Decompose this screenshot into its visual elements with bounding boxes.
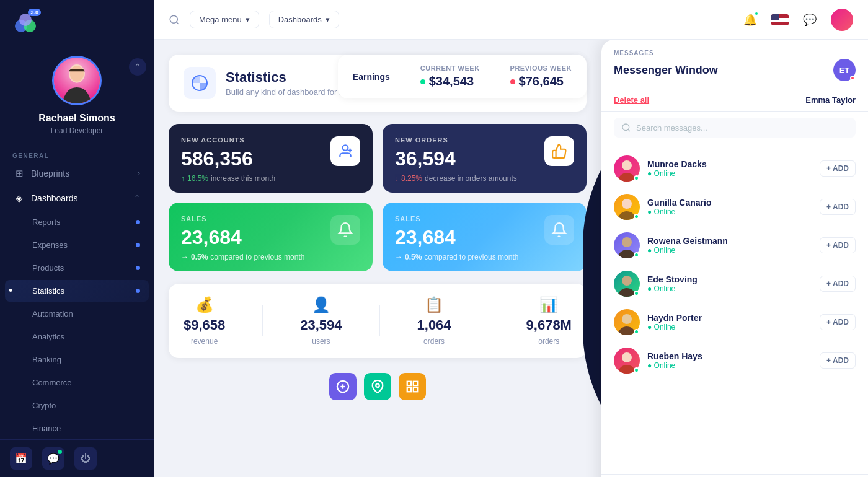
- power-icon-btn[interactable]: ⏻: [74, 447, 97, 470]
- stat-change-sales-blue: → 0.5% compared to previous month: [395, 253, 574, 261]
- earnings-label: Earnings: [338, 55, 405, 98]
- contact-status-munroe: ● Online: [647, 169, 812, 178]
- topbar: Mega menu ▾ Dashboards ▾ 🔔 💬: [154, 0, 868, 40]
- header-card-icon: [184, 67, 216, 99]
- contact-avatar-rueben: [614, 348, 640, 374]
- stat-change-new-accounts: ↑ 16.5% increase this month: [181, 174, 360, 183]
- revenue-icon: 💰: [195, 296, 214, 313]
- contact-status-haydn: ● Online: [647, 323, 812, 331]
- dashboards-icon: ◈: [14, 193, 25, 204]
- search-trigger[interactable]: [169, 14, 180, 25]
- small-stat-users: 👤 23,594 users: [300, 296, 342, 346]
- sidebar-bottom: 📅 💬 ⏻: [0, 439, 154, 477]
- small-stat-orders: 📋 1,064 orders: [417, 296, 451, 346]
- stat-card-sales-green: SALES 23,684 → 0.5% compared to previous…: [169, 203, 373, 271]
- previous-week-value: $76,645: [510, 74, 572, 89]
- search-icon: [169, 14, 180, 25]
- gunilla-online: [634, 214, 639, 219]
- logo-icon: 3.0: [12, 11, 38, 37]
- sidebar-item-analytics[interactable]: Analytics: [5, 326, 149, 348]
- add-btn-rueben[interactable]: + ADD: [820, 352, 856, 369]
- contact-info-haydn: Haydn Porter ● Online: [647, 313, 812, 331]
- divider1: [262, 305, 263, 336]
- sidebar-item-automation[interactable]: Automation: [5, 303, 149, 325]
- sidebar-item-statistics[interactable]: Statistics: [5, 280, 149, 302]
- stats-grid: NEW ACCOUNTS 586,356 ↑ 16.5% increase th…: [169, 124, 587, 271]
- contact-avatar-rowena: [614, 232, 640, 258]
- contact-info-rowena: Rowena Geistmann ● Online: [647, 236, 812, 255]
- messenger-user-avatar[interactable]: ET: [833, 59, 856, 81]
- svg-point-21: [622, 160, 632, 170]
- add-btn-gunilla[interactable]: + ADD: [820, 199, 856, 215]
- add-btn-haydn[interactable]: + ADD: [820, 314, 856, 330]
- sidebar-toggle[interactable]: ⌃: [129, 58, 146, 76]
- contact-avatar-gunilla: [614, 194, 640, 220]
- users-icon: 👤: [312, 296, 330, 313]
- chat-btn[interactable]: 💬: [799, 9, 821, 31]
- sidebar-item-crypto[interactable]: Crypto: [5, 395, 149, 416]
- stat-change-new-orders: ↓ 8.25% decrease in orders amounts: [395, 174, 574, 183]
- add-btn-munroe[interactable]: + ADD: [820, 160, 856, 177]
- contact-munroe[interactable]: Munroe Dacks ● Online + ADD: [601, 149, 868, 188]
- messenger-user-initials: ET: [839, 66, 850, 75]
- action-buttons: [169, 368, 587, 405]
- stat-card-new-orders: NEW ORDERS 36,594 ↓ 8.25% decrease in or…: [383, 124, 587, 193]
- sidebar-item-label-blueprints: Blueprints: [31, 168, 69, 178]
- small-stat-orders2: 📊 9,678M orders: [526, 296, 572, 346]
- mega-menu-btn[interactable]: Mega menu ▾: [190, 11, 259, 28]
- dashboards-label: Dashboards: [278, 15, 322, 24]
- sidebar-item-products[interactable]: Products: [5, 257, 149, 279]
- contact-avatar-munroe: [614, 155, 640, 182]
- sidebar-item-commerce[interactable]: Commerce: [5, 372, 149, 393]
- sidebar-item-expenses[interactable]: Expenses: [5, 234, 149, 256]
- avatar-image: [54, 58, 100, 103]
- sidebar-item-label-finance: Finance: [32, 424, 61, 433]
- main-scroll: Statistics Build any kind of dashboard f…: [154, 40, 601, 477]
- contact-ede[interactable]: Ede Stoving ● Online + ADD: [601, 265, 868, 303]
- message-icon-btn[interactable]: 💬: [42, 447, 64, 470]
- mega-menu-chevron: ▾: [246, 15, 250, 24]
- sidebar-nav: ⊞ Blueprints › ◈ Dashboards ⌃ Reports Ex…: [0, 162, 154, 439]
- sidebar-item-dashboards[interactable]: ◈ Dashboards ⌃: [5, 186, 149, 210]
- contact-haydn[interactable]: Haydn Porter ● Online + ADD: [601, 303, 868, 341]
- add-action-btn[interactable]: [329, 373, 356, 400]
- page-body: Statistics Build any kind of dashboard f…: [154, 40, 868, 477]
- sidebar-item-reports[interactable]: Reports: [5, 211, 149, 233]
- svg-point-5: [70, 66, 84, 82]
- svg-rect-18: [407, 388, 411, 392]
- sidebar-item-banking[interactable]: Banking: [5, 349, 149, 370]
- add-btn-ede[interactable]: + ADD: [820, 276, 856, 292]
- contact-status-rueben: ● Online: [647, 361, 812, 370]
- sidebar-item-blueprints[interactable]: ⊞ Blueprints ›: [5, 162, 149, 185]
- rowena-online: [634, 252, 639, 258]
- orders2-label: orders: [538, 337, 559, 346]
- delete-all-btn[interactable]: Delete all: [614, 95, 649, 105]
- sidebar-item-label-automation: Automation: [32, 309, 73, 318]
- messenger-panel-wrap: MESSAGES Messenger Window ET Delete all …: [601, 40, 868, 477]
- stat-icon-new-orders: [544, 136, 574, 166]
- dashboard-action-btn[interactable]: [399, 373, 426, 400]
- dashboards-arrow: ⌃: [134, 194, 140, 203]
- orders2-value: 9,678M: [526, 317, 572, 333]
- sidebar-item-finance[interactable]: Finance: [5, 418, 149, 439]
- location-action-btn[interactable]: [364, 373, 391, 400]
- svg-point-6: [170, 15, 177, 23]
- current-week-col: Current Week $34,543: [405, 55, 495, 98]
- search-messages-input[interactable]: [636, 123, 848, 133]
- contact-rueben[interactable]: Rueben Hays ● Online + ADD: [601, 341, 868, 380]
- sidebar-item-label-crypto: Crypto: [32, 401, 56, 410]
- small-stats-row: 💰 $9,658 revenue 👤 23,594 users 📋 1,064 …: [169, 284, 587, 358]
- calendar-icon-btn[interactable]: 📅: [10, 447, 32, 470]
- language-flag[interactable]: [771, 14, 789, 25]
- current-week-label: Current Week: [420, 64, 480, 72]
- sidebar-item-label-statistics: Statistics: [32, 286, 64, 295]
- sidebar-item-label-products: Products: [32, 263, 64, 273]
- notifications-btn[interactable]: 🔔: [739, 9, 761, 31]
- dashboards-btn[interactable]: Dashboards ▾: [269, 11, 339, 28]
- contact-rowena[interactable]: Rowena Geistmann ● Online + ADD: [601, 226, 868, 265]
- user-avatar-topbar[interactable]: [831, 9, 853, 31]
- orders-icon: 📋: [425, 296, 443, 313]
- contact-info-rueben: Rueben Hays ● Online: [647, 351, 812, 370]
- add-btn-rowena[interactable]: + ADD: [820, 237, 856, 253]
- contact-gunilla[interactable]: Gunilla Canario ● Online + ADD: [601, 188, 868, 226]
